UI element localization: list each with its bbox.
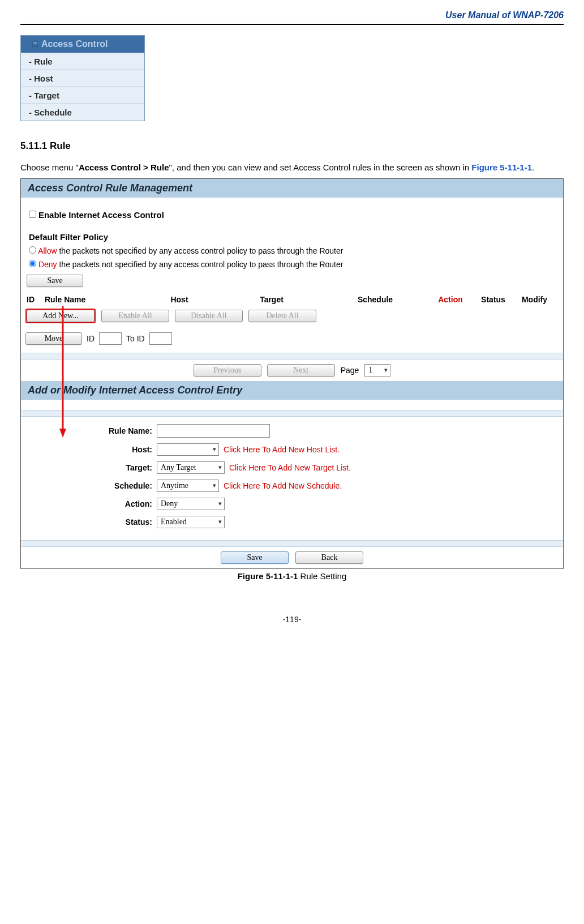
id-label: ID	[87, 334, 95, 343]
nav-item-target[interactable]: - Target	[21, 87, 144, 104]
status-label: Status:	[21, 517, 157, 527]
add-new-button[interactable]: Add New...	[27, 310, 95, 322]
nav-item-host[interactable]: - Host	[21, 70, 144, 87]
delete-all-button[interactable]: Delete All	[248, 310, 316, 322]
move-id-input[interactable]	[99, 332, 122, 345]
nav-item-label: - Target	[29, 91, 59, 100]
rules-table-header: ID Rule Name Host Target Schedule Action…	[21, 292, 563, 305]
nav-header-label: Access Control	[41, 39, 108, 49]
disable-all-button[interactable]: Disable All	[175, 310, 243, 322]
target-select[interactable]: Any Target	[157, 461, 225, 474]
nav-item-label: - Rule	[29, 57, 53, 66]
doc-header: User Manual of WNAP-7206	[20, 10, 564, 25]
radio-deny[interactable]	[29, 260, 36, 267]
default-filter-policy-header: Default Filter Policy	[29, 232, 555, 242]
action-select[interactable]: Deny	[157, 498, 225, 510]
next-button[interactable]: Next	[267, 364, 335, 377]
panel-title-rule-mgmt: Access Control Rule Management	[21, 179, 563, 198]
col-schedule: Schedule	[324, 295, 426, 304]
page-number: -119-	[20, 615, 564, 624]
nav-menu: Access Control - Rule - Host - Target - …	[20, 35, 145, 121]
section-paragraph: Choose menu "Access Control > Rule", and…	[20, 160, 564, 176]
add-schedule-link[interactable]: Click Here To Add New Schedule.	[224, 481, 342, 490]
figure-caption: Figure 5-11-1-1 Rule Setting	[20, 571, 564, 581]
col-id: ID	[27, 295, 40, 304]
schedule-label: Schedule:	[21, 481, 157, 490]
para-text: .	[532, 162, 534, 172]
col-target: Target	[224, 295, 320, 304]
figure-rule-setting: Access Control Rule Management Enable In…	[20, 178, 564, 569]
panel-title-add-modify: Add or Modify Internet Access Control En…	[21, 381, 563, 400]
nav-item-schedule[interactable]: - Schedule	[21, 104, 144, 121]
back-button[interactable]: Back	[295, 551, 363, 564]
move-button[interactable]: Move	[25, 332, 82, 345]
enable-iac-checkbox[interactable]	[29, 211, 36, 218]
col-host: Host	[140, 295, 219, 304]
enable-all-button[interactable]: Enable All	[101, 310, 169, 322]
page-select[interactable]: 1	[364, 364, 390, 377]
enable-iac-label: Enable Internet Access Control	[38, 210, 164, 220]
col-status: Status	[475, 295, 512, 304]
radio-deny-text: the packets not specified by any access …	[57, 260, 343, 269]
figure-ref: Figure 5-11-1-1	[471, 162, 532, 172]
nav-item-label: - Schedule	[29, 108, 72, 117]
add-host-link[interactable]: Click Here To Add New Host List.	[224, 445, 340, 454]
nav-item-label: - Host	[29, 74, 53, 83]
target-label: Target:	[21, 463, 157, 472]
caption-bold: Figure 5-11-1-1	[238, 571, 298, 581]
caption-text: Rule Setting	[298, 571, 346, 581]
radio-deny-red: Deny	[38, 260, 57, 269]
previous-button[interactable]: Previous	[194, 364, 261, 377]
action-label: Action:	[21, 499, 157, 508]
para-bold: Access Control > Rule	[79, 162, 169, 172]
to-id-label: To ID	[126, 334, 145, 343]
square-icon	[32, 41, 38, 47]
radio-allow-red: Allow	[38, 246, 57, 255]
col-rule-name: Rule Name	[45, 295, 135, 304]
rule-name-label: Rule Name:	[21, 426, 157, 435]
page-label: Page	[341, 366, 359, 375]
radio-allow-text: the packets not specified by any access …	[57, 246, 343, 255]
radio-allow[interactable]	[29, 246, 36, 254]
add-target-link[interactable]: Click Here To Add New Target List.	[229, 463, 351, 472]
host-select[interactable]	[157, 443, 219, 456]
host-label: Host:	[21, 445, 157, 454]
rule-name-input[interactable]	[157, 424, 270, 438]
save-button[interactable]: Save	[27, 275, 83, 287]
col-modify: Modify	[516, 295, 553, 304]
save-entry-button[interactable]: Save	[221, 551, 289, 564]
para-text: Choose menu "	[20, 162, 79, 172]
nav-header-access-control[interactable]: Access Control	[21, 36, 144, 53]
col-action: Action	[431, 295, 470, 304]
para-text: ", and then you can view and set Access …	[169, 162, 472, 172]
move-to-id-input[interactable]	[149, 332, 172, 345]
schedule-select[interactable]: Anytime	[157, 480, 219, 492]
nav-item-rule[interactable]: - Rule	[21, 53, 144, 70]
status-select[interactable]: Enabled	[157, 516, 225, 528]
section-heading: 5.11.1 Rule	[20, 140, 564, 152]
